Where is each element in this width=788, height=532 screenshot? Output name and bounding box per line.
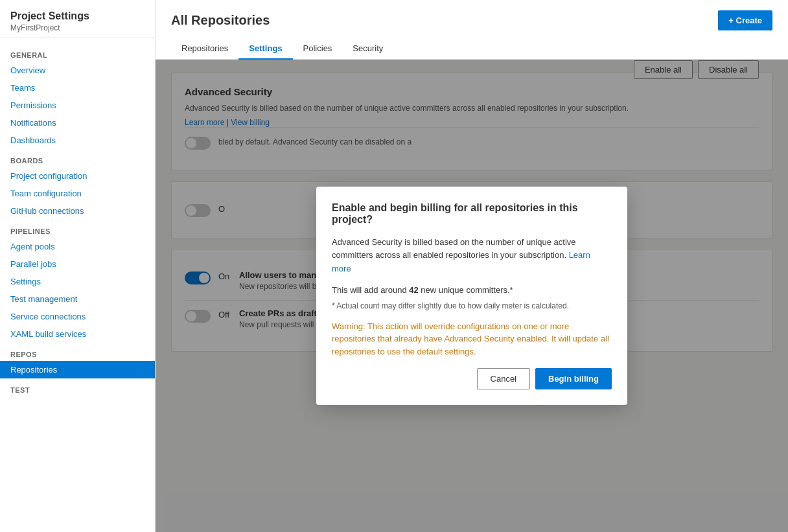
- create-button[interactable]: + Create: [718, 10, 772, 30]
- modal-committers-prefix: This will add around: [332, 285, 409, 295]
- page-title: All Repositories: [171, 13, 270, 28]
- sidebar-item-xaml-build[interactable]: XAML build services: [0, 325, 155, 343]
- project-subtitle: MyFirstProject: [10, 23, 145, 32]
- sidebar-item-github-connections[interactable]: GitHub connections: [0, 202, 155, 220]
- modal-committers-count: 42: [409, 285, 418, 295]
- tab-policies[interactable]: Policies: [293, 38, 343, 60]
- sidebar-item-label-project-configuration: Project configuration: [10, 171, 87, 181]
- sidebar-section-repos: Repos: [0, 343, 155, 361]
- modal-overlay[interactable]: Enable and begin billing for all reposit…: [156, 60, 788, 532]
- main-header: All Repositories + Create RepositoriesSe…: [156, 0, 788, 60]
- modal-body: Advanced Security is billed based on the…: [332, 236, 612, 358]
- sidebar-item-parallel-jobs[interactable]: Parallel jobs: [0, 255, 155, 273]
- tab-bar: RepositoriesSettingsPoliciesSecurity: [171, 38, 772, 59]
- main-header-top: All Repositories + Create: [171, 10, 772, 38]
- sidebar-header: Project Settings MyFirstProject: [0, 0, 155, 38]
- sidebar-nav: GeneralOverviewTeamsPermissionsNotificat…: [0, 38, 155, 532]
- sidebar-item-overview[interactable]: Overview: [0, 62, 155, 79]
- sidebar: Project Settings MyFirstProject GeneralO…: [0, 0, 156, 532]
- sidebar-item-label-repositories: Repositories: [10, 365, 57, 375]
- sidebar-item-label-permissions: Permissions: [10, 100, 56, 110]
- sidebar-item-teams[interactable]: Teams: [0, 79, 155, 97]
- main-content: All Repositories + Create RepositoriesSe…: [156, 0, 788, 532]
- sidebar-item-label-teams: Teams: [10, 83, 35, 93]
- modal-actions: Cancel Begin billing: [332, 368, 612, 389]
- sidebar-item-label-github-connections: GitHub connections: [10, 206, 84, 216]
- sidebar-item-notifications[interactable]: Notifications: [0, 114, 155, 132]
- modal-warning-text: Warning: This action will override confi…: [332, 320, 612, 358]
- sidebar-item-project-configuration[interactable]: Project configuration: [0, 167, 155, 185]
- sidebar-item-label-test-management: Test management: [10, 294, 77, 304]
- sidebar-section-test: Test: [0, 378, 155, 397]
- sidebar-item-agent-pools[interactable]: Agent pools: [0, 238, 155, 255]
- sidebar-section-boards: Boards: [0, 149, 155, 167]
- modal-committers-note: * Actual count may differ slightly due t…: [332, 300, 612, 312]
- sidebar-item-repositories[interactable]: Repositories: [0, 361, 155, 378]
- sidebar-item-test-management[interactable]: Test management: [0, 290, 155, 308]
- tab-repositories[interactable]: Repositories: [171, 38, 238, 60]
- sidebar-item-permissions[interactable]: Permissions: [0, 97, 155, 114]
- sidebar-item-label-overview: Overview: [10, 65, 45, 75]
- modal-committers-suffix: new unique committers.*: [419, 285, 513, 295]
- sidebar-item-label-service-connections: Service connections: [10, 312, 86, 321]
- modal-confirm-button[interactable]: Begin billing: [535, 368, 612, 389]
- sidebar-item-settings[interactable]: Settings: [0, 273, 155, 290]
- sidebar-item-dashboards[interactable]: Dashboards: [0, 132, 155, 149]
- sidebar-item-label-team-configuration: Team configuration: [10, 189, 82, 198]
- main-body: Enable all Disable all Advanced Security…: [156, 60, 788, 532]
- modal-title: Enable and begin billing for all reposit…: [332, 202, 612, 226]
- modal-cancel-button[interactable]: Cancel: [477, 368, 530, 389]
- sidebar-item-label-notifications: Notifications: [10, 118, 56, 128]
- sidebar-section-pipelines: Pipelines: [0, 220, 155, 238]
- sidebar-section-general: General: [0, 43, 155, 62]
- tab-security[interactable]: Security: [342, 38, 393, 60]
- sidebar-item-label-dashboards: Dashboards: [10, 135, 56, 145]
- sidebar-item-label-agent-pools: Agent pools: [10, 242, 55, 251]
- modal-dialog: Enable and begin billing for all reposit…: [316, 187, 627, 406]
- project-title: Project Settings: [10, 10, 145, 22]
- sidebar-item-label-xaml-build: XAML build services: [10, 329, 86, 339]
- sidebar-item-service-connections[interactable]: Service connections: [0, 308, 155, 325]
- sidebar-item-label-settings: Settings: [10, 277, 41, 286]
- sidebar-item-team-configuration[interactable]: Team configuration: [0, 185, 155, 202]
- modal-body-line1: Advanced Security is billed based on the…: [332, 237, 576, 260]
- sidebar-item-label-parallel-jobs: Parallel jobs: [10, 259, 56, 269]
- tab-settings[interactable]: Settings: [238, 38, 292, 60]
